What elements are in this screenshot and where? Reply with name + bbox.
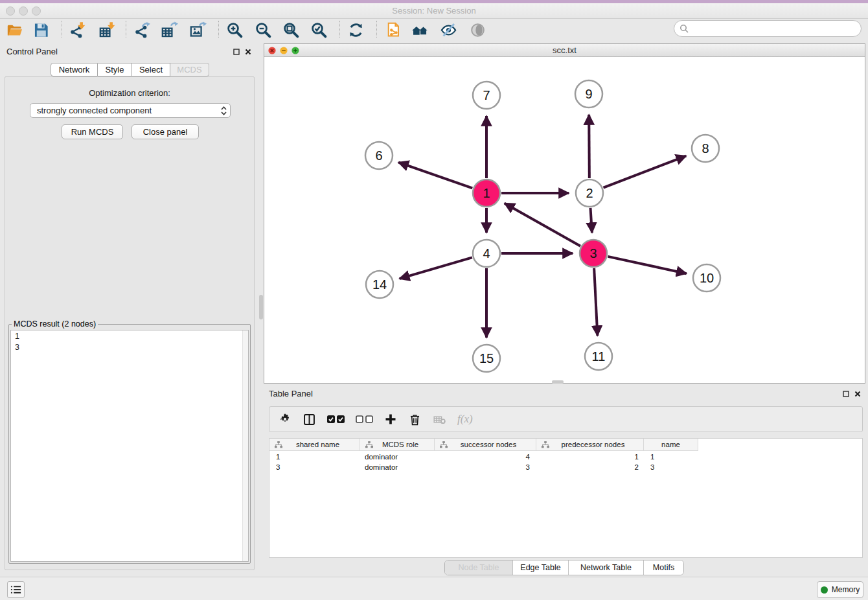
split-columns-icon	[303, 413, 316, 426]
zoom-fit-icon	[282, 21, 300, 39]
panel-divider-scrollthumb[interactable]	[259, 295, 263, 319]
edge-2-8[interactable]	[603, 156, 686, 188]
unchecked-box-icon	[356, 415, 363, 423]
tab-network[interactable]: Network	[51, 63, 98, 76]
open-folder-icon	[6, 21, 23, 39]
zoom-out-button[interactable]	[252, 19, 274, 40]
control-panel-float-button[interactable]	[232, 47, 241, 56]
maximize-icon	[843, 391, 849, 397]
control-panel-title: Control Panel	[6, 47, 58, 56]
cell-predecessor-nodes: 2	[536, 463, 644, 474]
save-icon	[32, 21, 50, 39]
table-settings-button[interactable]	[279, 413, 291, 426]
optimization-criterion-value: strongly connected component	[37, 106, 220, 115]
cell-successor-nodes: 3	[435, 463, 536, 474]
new-network-from-selection-button[interactable]	[382, 19, 404, 40]
checked-box-icon	[327, 415, 335, 423]
add-column-button[interactable]	[384, 413, 397, 426]
optimization-criterion-select[interactable]: strongly connected component	[30, 103, 231, 118]
cell-mcds-role: dominator	[360, 453, 435, 463]
control-panel-tabs: Network Style Select MCDS	[51, 63, 209, 76]
toolbar-separator	[339, 21, 340, 38]
edge-3-11[interactable]	[594, 268, 597, 336]
first-neighbors-button[interactable]	[409, 19, 431, 40]
node-label-14: 14	[372, 277, 387, 292]
result-scrollbar[interactable]	[242, 330, 248, 561]
plus-icon	[384, 413, 397, 426]
toolbar-separator	[218, 21, 219, 38]
export-image-button[interactable]	[187, 19, 209, 40]
refresh-icon	[347, 21, 365, 39]
tab-node-table[interactable]: Node Table	[445, 560, 512, 575]
import-network-button[interactable]	[66, 19, 88, 40]
tab-network-table[interactable]: Network Table	[568, 560, 643, 575]
search-field[interactable]	[674, 20, 862, 37]
column-label: name	[644, 441, 698, 448]
close-panel-button[interactable]: Close panel	[131, 124, 199, 139]
network-hscroll-thumb[interactable]	[552, 380, 564, 384]
tab-motifs[interactable]: Motifs	[643, 560, 683, 575]
edge-2-3[interactable]	[590, 208, 591, 233]
memory-button[interactable]: Memory	[817, 581, 863, 598]
network-close-button[interactable]	[268, 47, 276, 54]
select-all-button[interactable]	[327, 415, 345, 423]
column-header-mcds-role[interactable]: MCDS role	[360, 439, 435, 451]
network-window-titlebar[interactable]: scc.txt	[264, 44, 865, 57]
mcds-result-textarea[interactable]: 1 3	[10, 330, 249, 562]
open-session-button[interactable]	[3, 19, 25, 40]
zoom-selected-icon	[310, 21, 328, 39]
toggle-panes-button[interactable]	[303, 413, 316, 426]
zoom-selected-button[interactable]	[308, 19, 330, 40]
toolbar-separator	[126, 21, 126, 38]
hide-graphics-details-button[interactable]	[437, 19, 459, 40]
show-graphics-details-button[interactable]	[466, 19, 488, 40]
clone-network-icon	[384, 21, 402, 39]
table-panel-tabs: Node Table Edge Table Network Table Moti…	[444, 560, 684, 575]
task-history-button[interactable]	[7, 581, 25, 598]
network-minimize-button[interactable]	[280, 47, 288, 54]
import-table-button[interactable]	[96, 19, 118, 40]
tab-select[interactable]: Select	[132, 63, 170, 76]
gear-icon	[279, 413, 291, 426]
import-table-icon	[98, 21, 116, 39]
tab-style[interactable]: Style	[98, 63, 132, 76]
column-label: MCDS role	[373, 441, 434, 448]
table-panel-float-button[interactable]	[841, 389, 851, 398]
column-header-successor-nodes[interactable]: successor nodes	[435, 439, 536, 451]
result-line: 3	[15, 342, 244, 353]
edge-2-9[interactable]	[589, 115, 589, 178]
edge-3-10[interactable]	[608, 257, 686, 273]
run-mcds-button[interactable]: Run MCDS	[62, 124, 123, 139]
equation-builder-button[interactable]: f(x)	[457, 413, 473, 426]
graph-svg[interactable]: 1234678910111415	[264, 57, 865, 383]
table-panel-close-button[interactable]	[853, 389, 862, 398]
table-row[interactable]: 3 dominator 3 2 3	[269, 463, 862, 474]
network-zoom-button[interactable]	[291, 47, 299, 54]
delete-column-button[interactable]	[408, 413, 422, 426]
export-network-button[interactable]	[131, 19, 153, 40]
deselect-all-button[interactable]	[356, 415, 373, 423]
edge-3-1[interactable]	[505, 203, 580, 246]
column-header-shared-name[interactable]: shared name	[269, 439, 360, 451]
delete-table-button[interactable]	[433, 413, 446, 426]
application-window: Session: New Session	[0, 0, 868, 600]
search-input[interactable]	[692, 23, 861, 34]
tab-mcds[interactable]: MCDS	[170, 63, 209, 76]
table-row[interactable]: 1 dominator 4 1 1	[269, 453, 862, 463]
cell-mcds-role: dominator	[360, 463, 435, 474]
zoom-in-button[interactable]	[223, 19, 246, 40]
export-table-button[interactable]	[158, 19, 180, 40]
tab-edge-table[interactable]: Edge Table	[512, 560, 568, 575]
table-body: 1 dominator 4 1 1 3 dominator 3 2 3	[269, 451, 862, 474]
edge-4-14[interactable]	[400, 257, 472, 279]
node-label-3: 3	[589, 246, 597, 260]
apply-layout-button[interactable]	[345, 19, 367, 40]
zoom-fit-button[interactable]	[280, 19, 302, 40]
control-panel-close-button[interactable]	[244, 47, 253, 56]
cell-predecessor-nodes: 1	[536, 453, 644, 463]
column-header-name[interactable]: name	[644, 439, 698, 451]
control-panel: Control Panel Network Style Select MCDS …	[0, 40, 260, 577]
save-session-button[interactable]	[30, 19, 52, 40]
edge-1-6[interactable]	[398, 163, 472, 189]
column-header-predecessor-nodes[interactable]: predecessor nodes	[536, 439, 644, 451]
